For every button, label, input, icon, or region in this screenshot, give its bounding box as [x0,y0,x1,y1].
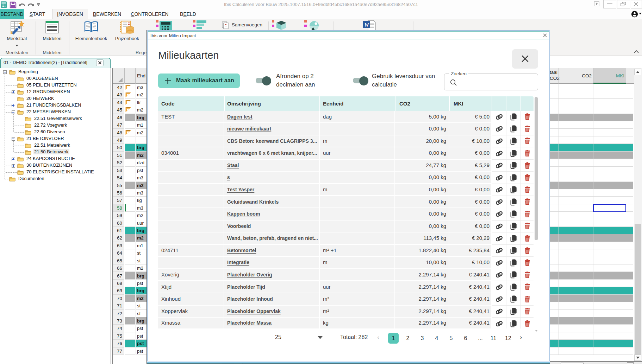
svg-text:W: W [364,23,369,28]
